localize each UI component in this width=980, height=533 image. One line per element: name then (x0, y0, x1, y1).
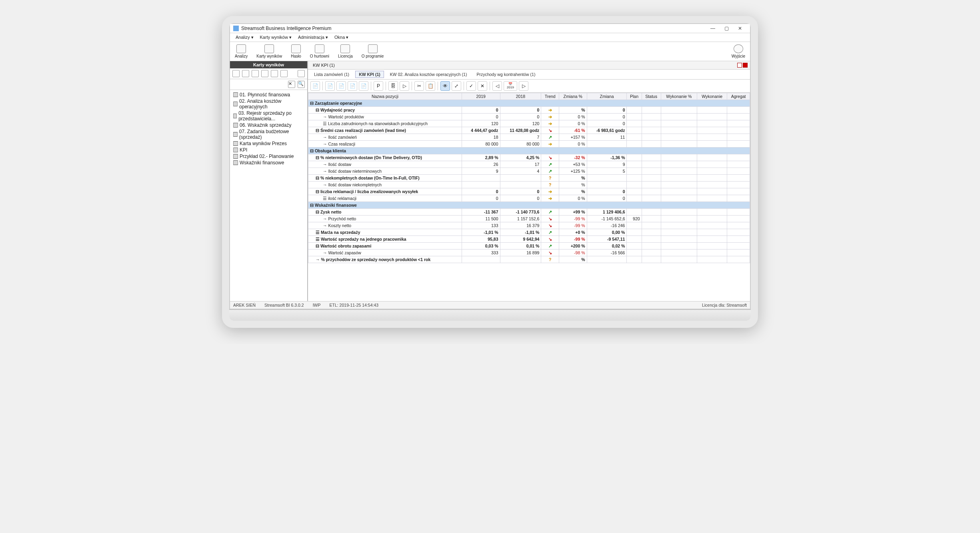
doc-new-icon[interactable] (232, 70, 240, 77)
document-tab[interactable]: Przychody wg kontrahentów (1) (473, 71, 539, 78)
grid-row[interactable]: → Wartość zapasów33316 899↘-98 %-16 566 (308, 250, 750, 256)
tab-close-icon[interactable] (743, 63, 748, 68)
grid-row[interactable]: ⊟ % nieterminowych dostaw (On Time Deliv… (308, 154, 750, 161)
grid-row[interactable]: ⊟ Wartość obrotu zapasami0,03 %0,01 %↗+2… (308, 243, 750, 250)
database-icon (315, 44, 324, 53)
tab-pin-icon[interactable] (737, 63, 742, 68)
grid-row[interactable]: → Koszty netto13316 379↘-99 %-16 246 (308, 222, 750, 229)
tb-prev-icon[interactable]: ◁ (492, 81, 502, 91)
sidebar-item[interactable]: KPI (230, 147, 307, 153)
grid-row[interactable]: ⊟ Obsługa klienta (308, 148, 750, 154)
grid-row[interactable]: ⊟ Wydajność pracy00➔%0 (308, 107, 750, 114)
grid-row[interactable]: ☰ ilość reklamacji00➔0 %0 (308, 195, 750, 202)
doc-delete-icon[interactable] (280, 70, 288, 77)
sidebar-item[interactable]: 06. Wskaźnik sprzedaży (230, 122, 307, 128)
sidebar-item[interactable]: 02. Analiza kosztów operacyjnych (230, 98, 307, 110)
minimize-button[interactable]: — (706, 26, 720, 31)
grid-row[interactable]: ☰ Marża na sprzedaży-1,01 %-1,01 %↗+0 %0… (308, 229, 750, 236)
column-header[interactable]: Wykonanie (697, 93, 727, 100)
column-header[interactable]: Plan (627, 93, 642, 100)
grid-row[interactable]: → % przychodów ze sprzedaży nowych produ… (308, 256, 750, 263)
column-header[interactable]: Zmiana % (559, 93, 587, 100)
sidebar-tree[interactable]: 01. Płynność finansowa02. Analiza kosztó… (230, 90, 307, 301)
document-tab[interactable]: Lista zamówień (1) (310, 71, 353, 78)
tb-cancel-icon[interactable]: ✕ (478, 81, 487, 91)
tb-p-icon[interactable]: P (374, 81, 383, 91)
ribbon-haslo[interactable]: Hasło (289, 44, 303, 59)
tb-year-button[interactable]: 📅2019 (504, 81, 517, 91)
tb-play-icon[interactable]: ▷ (400, 81, 409, 91)
grid-row[interactable]: ⊟ Średni czas realizacji zamówień (lead … (308, 127, 750, 134)
column-header[interactable]: Nazwa pozycji (308, 93, 462, 100)
tb-next-icon[interactable]: ▷ (519, 81, 528, 91)
column-header[interactable]: Status (642, 93, 661, 100)
tb-paste-icon[interactable]: 📋 (426, 81, 435, 91)
grid-row[interactable]: → Wartość produktów00➔0 %0 (308, 114, 750, 120)
ribbon-analizy[interactable]: Analizy (233, 44, 249, 59)
ribbon-wyjscie[interactable]: Wyjście (730, 44, 747, 59)
close-button[interactable]: ✕ (733, 26, 747, 31)
sidebar-item[interactable]: Przykład 02.- Planowanie (230, 153, 307, 160)
ribbon-karty-wynikow[interactable]: Karty wyników (255, 44, 284, 59)
ribbon-label: Analizy (235, 54, 248, 58)
sidebar-item[interactable]: 07. Zadania budżetowe (sprzedaż) (230, 128, 307, 140)
tb-hide-icon[interactable]: 👁 (440, 81, 450, 91)
grid-row[interactable]: ☰ Wartość sprzedaży na jednego pracownik… (308, 236, 750, 243)
grid-row[interactable]: ⊟ Zysk netto-11 367-1 140 773,6↗+99 %1 1… (308, 209, 750, 216)
document-tab[interactable]: KW KPI (1) (355, 71, 384, 78)
tb-doc4-icon[interactable]: 📄 (359, 81, 368, 91)
menu-okna[interactable]: Okna ▾ (332, 34, 351, 41)
tb-doc1-icon[interactable]: 📄 (325, 81, 335, 91)
tb-cut-icon[interactable]: ✂ (414, 81, 424, 91)
ribbon-o-programie[interactable]: O programie (360, 44, 386, 59)
ribbon-label: Wyjście (732, 54, 745, 58)
grid-row[interactable]: ⊟ % niekompletnych dostaw (On-Time In-Fu… (308, 175, 750, 182)
module-tab[interactable]: KW KPI (1) (310, 62, 337, 68)
list-icon (233, 132, 238, 137)
clear-icon[interactable]: ✕ (288, 81, 295, 88)
sidebar-item[interactable]: 01. Płynność finansowa (230, 92, 307, 98)
grid-row[interactable]: → Ilość dostaw nieterminowych94↗+125 %5 (308, 168, 750, 175)
column-header[interactable]: 2019 (462, 93, 500, 100)
ribbon-licencja[interactable]: Licencja (336, 44, 354, 59)
column-header[interactable]: Trend (541, 93, 559, 100)
grid-row[interactable]: → Czas realizacji80 00080 000➔0 % (308, 141, 750, 148)
grid-row[interactable]: ⊟ Wskaźniki finansowe (308, 202, 750, 209)
tb-doc3-icon[interactable]: 📄 (348, 81, 357, 91)
doc-refresh-icon[interactable] (271, 70, 278, 77)
maximize-button[interactable]: ▢ (720, 26, 733, 31)
document-tab[interactable]: KW 02. Analiza kosztów operacyjnych (1) (386, 71, 471, 78)
grid-row[interactable]: → Przychód netto11 5001 157 152,6↘-99 %-… (308, 216, 750, 222)
tb-doc2-icon[interactable]: 📄 (336, 81, 346, 91)
column-header[interactable]: Wykonanie % (661, 93, 697, 100)
sidebar-item[interactable]: 03. Rejestr sprzedaży po przedstawiciela… (230, 110, 307, 122)
menu-karty-wynikow[interactable]: Karty wyników ▾ (258, 34, 294, 41)
sidebar-item[interactable]: Karta wyników Prezes (230, 140, 307, 147)
sidebar-item[interactable]: Wskaźniki finansowe (230, 160, 307, 166)
search-icon[interactable]: 🔍 (298, 81, 305, 88)
grid-row[interactable]: → Ilość dostaw niekompletnych?% (308, 182, 750, 188)
doc-open-icon[interactable] (242, 70, 249, 77)
column-header[interactable]: Zmiana (587, 93, 627, 100)
column-header[interactable]: 2018 (500, 93, 541, 100)
tb-new-icon[interactable]: 📄 (310, 81, 320, 91)
tb-expand-icon[interactable]: ⤢ (452, 81, 461, 91)
column-header[interactable]: Agregat (727, 93, 750, 100)
titlebar: Streamsoft Business Intelligence Premium… (230, 24, 750, 33)
tb-db-icon[interactable]: 🗄 (388, 81, 398, 91)
pin-icon[interactable] (298, 70, 305, 77)
doc-edit-icon[interactable] (252, 70, 259, 77)
ribbon-label: O programie (362, 54, 384, 58)
grid-row[interactable]: → Ilość dostaw2617↗+53 %9 (308, 161, 750, 168)
grid-row[interactable]: ⊟ Zarządzanie operacyjne (308, 100, 750, 107)
tb-check-icon[interactable]: ✓ (466, 81, 476, 91)
grid-row[interactable]: → Ilość zamówień187↗+157 %11 (308, 134, 750, 141)
grid-row[interactable]: ⊟ liczba reklamacji / liczba zrealizowan… (308, 188, 750, 195)
kpi-grid[interactable]: Nazwa pozycji20192018TrendZmiana %Zmiana… (308, 93, 750, 301)
list-icon (233, 160, 238, 165)
doc-copy-icon[interactable] (261, 70, 268, 77)
ribbon-o-hurtowni[interactable]: O hurtowni (308, 44, 331, 59)
menu-administracja[interactable]: Administracja ▾ (296, 34, 330, 41)
menu-analizy[interactable]: Analizy ▾ (233, 34, 256, 41)
grid-row[interactable]: ☰ Liczba zatrudnionych na stanowiskach p… (308, 120, 750, 127)
